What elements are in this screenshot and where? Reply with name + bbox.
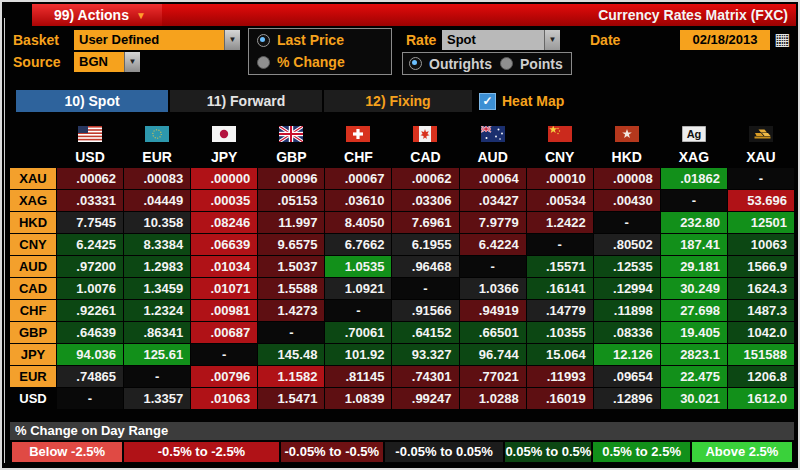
matrix-cell-chf-eur[interactable]: 1.2324	[124, 300, 190, 321]
matrix-cell-usd-eur[interactable]: 1.3357	[124, 388, 190, 409]
matrix-cell-hkd-gbp[interactable]: 11.997	[258, 212, 324, 233]
matrix-cell-hkd-usd[interactable]: 7.7545	[57, 212, 123, 233]
pct-change-radio[interactable]: % Change	[249, 51, 391, 73]
col-header-cny[interactable]: CNY	[527, 147, 593, 167]
matrix-cell-chf-usd[interactable]: .92261	[57, 300, 123, 321]
matrix-cell-jpy-cad[interactable]: 93.327	[392, 344, 458, 365]
rate-dropdown-arrow-icon[interactable]: ▼	[544, 30, 560, 50]
matrix-cell-aud-xau[interactable]: 1566.9	[728, 256, 794, 277]
matrix-cell-gbp-usd[interactable]: .64639	[57, 322, 123, 343]
matrix-cell-jpy-aud[interactable]: 96.744	[460, 344, 526, 365]
matrix-cell-xag-cad[interactable]: .03306	[392, 190, 458, 211]
matrix-cell-cny-aud[interactable]: 6.4224	[460, 234, 526, 255]
matrix-cell-hkd-xau[interactable]: 12501	[728, 212, 794, 233]
matrix-cell-gbp-cad[interactable]: .64152	[392, 322, 458, 343]
matrix-cell-usd-xau[interactable]: 1612.0	[728, 388, 794, 409]
matrix-cell-chf-chf[interactable]: -	[325, 300, 391, 321]
matrix-cell-xau-cny[interactable]: .00010	[527, 168, 593, 189]
matrix-cell-xag-aud[interactable]: .03427	[460, 190, 526, 211]
row-label-aud[interactable]: AUD	[10, 256, 56, 277]
matrix-cell-xau-usd[interactable]: .00062	[57, 168, 123, 189]
matrix-cell-gbp-eur[interactable]: .86341	[124, 322, 190, 343]
matrix-cell-xag-jpy[interactable]: .00035	[191, 190, 257, 211]
outrights-radio[interactable]: Outrights	[403, 53, 496, 74]
matrix-cell-aud-jpy[interactable]: .01034	[191, 256, 257, 277]
matrix-cell-gbp-cny[interactable]: .10355	[527, 322, 593, 343]
matrix-cell-eur-cad[interactable]: .74301	[392, 366, 458, 387]
matrix-cell-gbp-xau[interactable]: 1042.0	[728, 322, 794, 343]
col-header-chf[interactable]: CHF	[325, 147, 391, 167]
matrix-cell-usd-hkd[interactable]: .12896	[594, 388, 660, 409]
matrix-cell-cny-usd[interactable]: 6.2425	[57, 234, 123, 255]
matrix-cell-jpy-hkd[interactable]: 12.126	[594, 344, 660, 365]
calendar-icon[interactable]: ▦	[774, 30, 790, 50]
matrix-cell-gbp-hkd[interactable]: .08336	[594, 322, 660, 343]
matrix-cell-aud-cny[interactable]: .15571	[527, 256, 593, 277]
matrix-cell-hkd-xag[interactable]: 232.80	[661, 212, 727, 233]
row-label-jpy[interactable]: JPY	[10, 344, 56, 365]
date-field[interactable]: 02/18/2013	[680, 30, 770, 50]
matrix-cell-xau-jpy[interactable]: .00000	[191, 168, 257, 189]
matrix-cell-usd-jpy[interactable]: .01063	[191, 388, 257, 409]
matrix-cell-chf-jpy[interactable]: .00981	[191, 300, 257, 321]
matrix-cell-xau-xau[interactable]: -	[728, 168, 794, 189]
matrix-cell-cad-aud[interactable]: 1.0366	[460, 278, 526, 299]
matrix-cell-cny-hkd[interactable]: .80502	[594, 234, 660, 255]
basket-dropdown-arrow-icon[interactable]: ▼	[224, 30, 240, 50]
matrix-cell-jpy-xau[interactable]: 151588	[728, 344, 794, 365]
col-header-usd[interactable]: USD	[57, 147, 123, 167]
matrix-cell-chf-cad[interactable]: .91566	[392, 300, 458, 321]
col-header-jpy[interactable]: JPY	[191, 147, 257, 167]
matrix-cell-cad-eur[interactable]: 1.3459	[124, 278, 190, 299]
tab-forward[interactable]: 11) Forward	[170, 90, 322, 112]
matrix-cell-cny-jpy[interactable]: .06639	[191, 234, 257, 255]
matrix-cell-chf-gbp[interactable]: 1.4273	[258, 300, 324, 321]
matrix-cell-cny-xag[interactable]: 187.41	[661, 234, 727, 255]
tab-spot[interactable]: 10) Spot	[16, 90, 168, 112]
matrix-cell-eur-usd[interactable]: .74865	[57, 366, 123, 387]
matrix-cell-jpy-xag[interactable]: 2823.1	[661, 344, 727, 365]
matrix-cell-usd-gbp[interactable]: 1.5471	[258, 388, 324, 409]
matrix-cell-aud-chf[interactable]: 1.0535	[325, 256, 391, 277]
matrix-cell-cad-jpy[interactable]: .01071	[191, 278, 257, 299]
row-label-hkd[interactable]: HKD	[10, 212, 56, 233]
col-header-xag[interactable]: XAG	[661, 147, 727, 167]
matrix-cell-eur-hkd[interactable]: .09654	[594, 366, 660, 387]
row-label-xag[interactable]: XAG	[10, 190, 56, 211]
matrix-cell-cad-hkd[interactable]: .12994	[594, 278, 660, 299]
matrix-cell-xau-gbp[interactable]: .00096	[258, 168, 324, 189]
rate-select[interactable]: Spot	[442, 30, 549, 50]
matrix-cell-jpy-gbp[interactable]: 145.48	[258, 344, 324, 365]
matrix-cell-aud-xag[interactable]: 29.181	[661, 256, 727, 277]
matrix-cell-cny-cad[interactable]: 6.1955	[392, 234, 458, 255]
matrix-cell-xau-aud[interactable]: .00064	[460, 168, 526, 189]
matrix-cell-usd-cad[interactable]: .99247	[392, 388, 458, 409]
matrix-cell-aud-hkd[interactable]: .12535	[594, 256, 660, 277]
matrix-cell-cny-xau[interactable]: 10063	[728, 234, 794, 255]
matrix-cell-eur-xau[interactable]: 1206.8	[728, 366, 794, 387]
matrix-cell-gbp-xag[interactable]: 19.405	[661, 322, 727, 343]
matrix-cell-hkd-eur[interactable]: 10.358	[124, 212, 190, 233]
matrix-cell-xag-cny[interactable]: .00534	[527, 190, 593, 211]
row-label-cad[interactable]: CAD	[10, 278, 56, 299]
row-label-usd[interactable]: USD	[10, 388, 56, 409]
matrix-cell-jpy-chf[interactable]: 101.92	[325, 344, 391, 365]
col-header-aud[interactable]: AUD	[460, 147, 526, 167]
matrix-cell-hkd-hkd[interactable]: -	[594, 212, 660, 233]
matrix-cell-hkd-cny[interactable]: 1.2422	[527, 212, 593, 233]
matrix-cell-chf-xag[interactable]: 27.698	[661, 300, 727, 321]
source-dropdown-arrow-icon[interactable]: ▼	[124, 52, 140, 72]
matrix-cell-hkd-chf[interactable]: 8.4050	[325, 212, 391, 233]
basket-select[interactable]: User Defined	[74, 30, 229, 50]
matrix-cell-aud-aud[interactable]: -	[460, 256, 526, 277]
matrix-cell-eur-aud[interactable]: .77021	[460, 366, 526, 387]
matrix-cell-usd-xag[interactable]: 30.021	[661, 388, 727, 409]
matrix-cell-xag-chf[interactable]: .03610	[325, 190, 391, 211]
matrix-cell-xau-eur[interactable]: .00083	[124, 168, 190, 189]
matrix-cell-cad-usd[interactable]: 1.0076	[57, 278, 123, 299]
matrix-cell-aud-eur[interactable]: 1.2983	[124, 256, 190, 277]
matrix-cell-cny-chf[interactable]: 6.7662	[325, 234, 391, 255]
matrix-cell-hkd-cad[interactable]: 7.6961	[392, 212, 458, 233]
matrix-cell-jpy-jpy[interactable]: -	[191, 344, 257, 365]
source-select[interactable]: BGN	[74, 52, 129, 72]
